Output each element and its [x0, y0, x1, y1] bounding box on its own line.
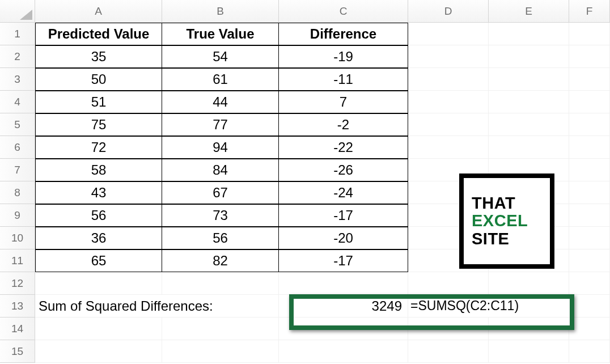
cell-F12[interactable] — [569, 272, 610, 295]
cell-C1[interactable]: Difference — [279, 23, 408, 45]
cell-C3[interactable]: -11 — [279, 68, 408, 91]
cell-E2[interactable] — [489, 45, 569, 68]
cell-C4[interactable]: 7 — [279, 91, 408, 113]
cell-F4[interactable] — [569, 91, 610, 113]
row-header-8[interactable]: 8 — [0, 181, 35, 204]
cell-E15[interactable] — [489, 340, 569, 363]
cell-B5[interactable]: 77 — [162, 113, 279, 136]
cell-A3[interactable]: 50 — [35, 68, 162, 91]
cell-D3[interactable] — [408, 68, 489, 91]
row-header-6[interactable]: 6 — [0, 136, 35, 159]
cell-B14[interactable] — [162, 318, 279, 340]
cell-C15[interactable] — [279, 340, 408, 363]
cell-D1[interactable] — [408, 23, 489, 45]
cell-A7[interactable]: 58 — [35, 159, 162, 181]
cell-A2[interactable]: 35 — [35, 45, 162, 68]
col-header-A[interactable]: A — [35, 0, 162, 23]
row-header-12[interactable]: 12 — [0, 272, 35, 295]
cell-F1[interactable] — [569, 23, 610, 45]
cell-A13[interactable]: Sum of Squared Differences: — [35, 295, 279, 318]
row-header-2[interactable]: 2 — [0, 45, 35, 68]
cell-C5[interactable]: -2 — [279, 113, 408, 136]
cell-D5[interactable] — [408, 113, 489, 136]
row-header-9[interactable]: 9 — [0, 204, 35, 227]
cell-C11[interactable]: -17 — [279, 249, 408, 272]
cell-B2[interactable]: 54 — [162, 45, 279, 68]
cell-E4[interactable] — [489, 91, 569, 113]
cell-E5[interactable] — [489, 113, 569, 136]
cell-A8[interactable]: 43 — [35, 181, 162, 204]
cell-C13[interactable]: 3249 — [279, 295, 408, 318]
cell-F15[interactable] — [569, 340, 610, 363]
cell-C14[interactable] — [279, 318, 408, 340]
row-header-14[interactable]: 14 — [0, 318, 35, 340]
row-header-13[interactable]: 13 — [0, 295, 35, 318]
cell-F5[interactable] — [569, 113, 610, 136]
col-header-B[interactable]: B — [162, 0, 279, 23]
cell-F14[interactable] — [569, 318, 610, 340]
col-header-F[interactable]: F — [569, 0, 610, 23]
cell-D15[interactable] — [408, 340, 489, 363]
cell-C6[interactable]: -22 — [279, 136, 408, 159]
cell-C12[interactable] — [279, 272, 408, 295]
cell-F13[interactable] — [569, 295, 610, 318]
cell-B10[interactable]: 56 — [162, 227, 279, 249]
cell-A4[interactable]: 51 — [35, 91, 162, 113]
cell-F7[interactable] — [569, 159, 610, 181]
cell-A12[interactable] — [35, 272, 162, 295]
cell-F10[interactable] — [569, 227, 610, 249]
col-header-D[interactable]: D — [408, 0, 489, 23]
row-header-7[interactable]: 7 — [0, 159, 35, 181]
cell-C9[interactable]: -17 — [279, 204, 408, 227]
cell-D14[interactable] — [408, 318, 489, 340]
cell-F3[interactable] — [569, 68, 610, 91]
cell-A10[interactable]: 36 — [35, 227, 162, 249]
cell-D13[interactable]: =SUMSQ(C2:C11) — [408, 295, 569, 318]
cell-C8[interactable]: -24 — [279, 181, 408, 204]
row-header-10[interactable]: 10 — [0, 227, 35, 249]
cell-A6[interactable]: 72 — [35, 136, 162, 159]
cell-F2[interactable] — [569, 45, 610, 68]
cell-E6[interactable] — [489, 136, 569, 159]
cell-C7[interactable]: -26 — [279, 159, 408, 181]
row-header-15[interactable]: 15 — [0, 340, 35, 363]
cell-F11[interactable] — [569, 249, 610, 272]
cell-B1[interactable]: True Value — [162, 23, 279, 45]
col-header-E[interactable]: E — [489, 0, 569, 23]
cell-A15[interactable] — [35, 340, 162, 363]
cell-E12[interactable] — [489, 272, 569, 295]
row-header-1[interactable]: 1 — [0, 23, 35, 45]
cell-E14[interactable] — [489, 318, 569, 340]
cell-B12[interactable] — [162, 272, 279, 295]
cell-A14[interactable] — [35, 318, 162, 340]
cell-A9[interactable]: 56 — [35, 204, 162, 227]
cell-D12[interactable] — [408, 272, 489, 295]
cell-F9[interactable] — [569, 204, 610, 227]
row-header-5[interactable]: 5 — [0, 113, 35, 136]
cell-F6[interactable] — [569, 136, 610, 159]
cell-B3[interactable]: 61 — [162, 68, 279, 91]
cell-B4[interactable]: 44 — [162, 91, 279, 113]
cell-A1[interactable]: Predicted Value — [35, 23, 162, 45]
row-header-11[interactable]: 11 — [0, 249, 35, 272]
cell-D6[interactable] — [408, 136, 489, 159]
cell-A11[interactable]: 65 — [35, 249, 162, 272]
cell-C10[interactable]: -20 — [279, 227, 408, 249]
cell-B9[interactable]: 73 — [162, 204, 279, 227]
cell-C2[interactable]: -19 — [279, 45, 408, 68]
cell-B11[interactable]: 82 — [162, 249, 279, 272]
cell-D2[interactable] — [408, 45, 489, 68]
cell-F8[interactable] — [569, 181, 610, 204]
cell-B7[interactable]: 84 — [162, 159, 279, 181]
cell-B8[interactable]: 67 — [162, 181, 279, 204]
cell-A5[interactable]: 75 — [35, 113, 162, 136]
col-header-C[interactable]: C — [279, 0, 408, 23]
cell-E1[interactable] — [489, 23, 569, 45]
row-header-3[interactable]: 3 — [0, 68, 35, 91]
cell-B15[interactable] — [162, 340, 279, 363]
select-all-corner[interactable] — [0, 0, 35, 23]
cell-D4[interactable] — [408, 91, 489, 113]
cell-E3[interactable] — [489, 68, 569, 91]
row-header-4[interactable]: 4 — [0, 91, 35, 113]
cell-B6[interactable]: 94 — [162, 136, 279, 159]
